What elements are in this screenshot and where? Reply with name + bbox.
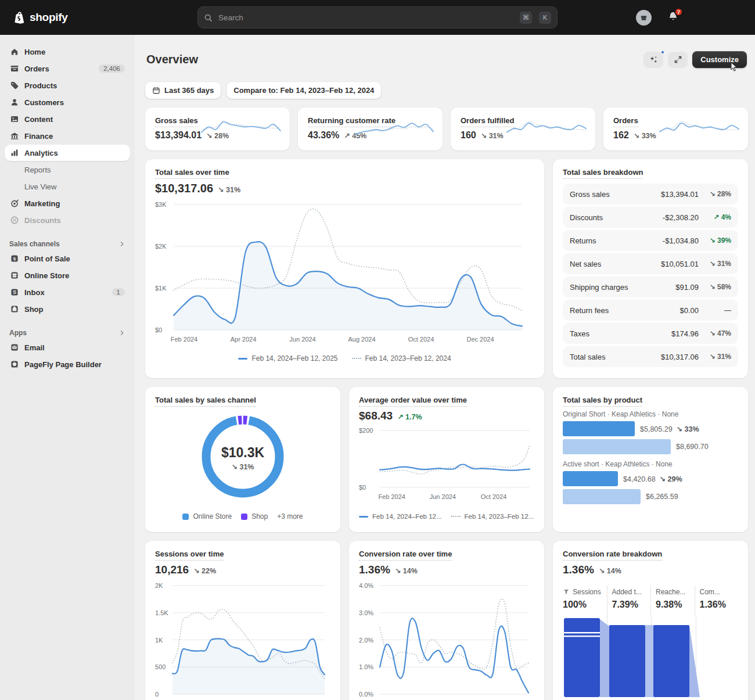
shopify-logo[interactable]: shopify <box>12 10 186 24</box>
sidebar-item-live-view[interactable]: Live View <box>5 178 130 195</box>
chevron-icon <box>118 240 125 247</box>
online-store-swatch <box>182 514 189 520</box>
sidebar-item-orders[interactable]: Orders2,406 <box>5 60 130 77</box>
sidebar-item-shop[interactable]: Shop <box>5 301 130 317</box>
breakdown-change: ↘ 28% <box>699 190 731 198</box>
sidebar-item-email[interactable]: Email <box>5 339 130 356</box>
product-name: Original Short · Keap Athletics · None <box>563 410 738 418</box>
total-sales-line-chart: $3K$2K$1K$0Feb 2024Apr 2024Jun 2024Aug 2… <box>155 200 527 346</box>
sidebar-item-point-of-sale[interactable]: $Point of Sale <box>5 250 130 267</box>
more-channels-label[interactable]: +3 more <box>277 512 303 520</box>
sidebar-item-label: Point of Sale <box>24 254 70 263</box>
k-key-badge: K <box>539 12 551 24</box>
chart-title[interactable]: Total sales by sales channel <box>155 396 256 407</box>
chart-change: ↘ 31% <box>218 185 240 194</box>
main-content: Overview Customize <box>135 35 755 700</box>
current-period-bar <box>563 471 618 486</box>
svg-text:Dec 2024: Dec 2024 <box>466 336 494 343</box>
metric-change: ↘ 33% <box>634 131 656 140</box>
sidebar-item-label: Orders <box>24 64 49 73</box>
sidebar-item-discounts[interactable]: Discounts <box>5 212 130 228</box>
sidebar-item-label: Finance <box>24 132 53 141</box>
sidebar-section-apps[interactable]: Apps <box>9 329 125 337</box>
svg-text:$1K: $1K <box>155 285 167 292</box>
store-avatar[interactable] <box>636 10 652 26</box>
svg-text:3.0%: 3.0% <box>359 609 373 616</box>
metric-cards-row: Gross sales $13,394.01↘ 28% Returning cu… <box>145 107 748 150</box>
compare-range-pill[interactable]: Compare to: Feb 14, 2023–Feb 12, 2024 <box>227 82 381 99</box>
sidebar-item-label: Customers <box>24 98 64 107</box>
shop-icon <box>10 304 19 314</box>
metric-change: ↘ 31% <box>481 131 504 140</box>
notifications-button[interactable]: 7 <box>668 11 678 24</box>
funnel-step-com: Com...1.36% <box>695 586 739 616</box>
svg-text:Apr 2024: Apr 2024 <box>231 336 257 343</box>
funnel-step-reache: Reache...9.38% <box>650 586 695 616</box>
expand-fullscreen-button[interactable] <box>668 52 688 68</box>
metric-value: 43.36% <box>308 130 339 141</box>
sidebar-item-reports[interactable]: Reports <box>5 161 130 178</box>
sidebar-item-content[interactable]: Content <box>5 111 130 127</box>
metric-card-returning-customer-rate: Returning customer rate 43.36%↗ 45% <box>298 107 443 150</box>
customize-button[interactable]: Customize <box>692 51 747 68</box>
metric-title[interactable]: Gross sales <box>155 116 198 127</box>
breakdown-value: $91.09 <box>675 283 699 292</box>
chart-title[interactable]: Total sales over time <box>155 168 229 179</box>
metric-value: $13,394.01 <box>155 130 202 141</box>
sidebar-item-label: Home <box>24 48 45 56</box>
sidebar-item-pagefly-page-builder[interactable]: PageFly Page Builder <box>5 356 130 372</box>
metric-card-orders-fulfilled: Orders fulfilled 160↘ 31% <box>451 107 595 150</box>
metric-value: 162 <box>613 130 629 141</box>
previous-value-label: $8,690.70 <box>676 443 709 451</box>
chart-title[interactable]: Total sales by product <box>563 396 642 407</box>
command-key-badge: ⌘ <box>520 12 532 24</box>
sidebar-item-online-store[interactable]: Online Store <box>5 267 130 283</box>
funnel-step-label: Added t... <box>612 588 642 596</box>
donut-center-value: $10.3K <box>221 445 264 461</box>
magic-assistant-button[interactable] <box>643 52 663 68</box>
sidebar-item-products[interactable]: Products <box>5 77 130 94</box>
previous-period-bar <box>563 489 641 504</box>
sidebar-item-label: Shop <box>24 305 44 314</box>
metric-title[interactable]: Orders <box>613 116 638 127</box>
sidebar-item-home[interactable]: Home <box>5 44 130 60</box>
chart-change: ↗ 1.7% <box>397 412 422 421</box>
orders-icon <box>10 64 19 73</box>
breakdown-value: $174.96 <box>671 329 699 338</box>
sidebar-item-finance[interactable]: Finance <box>5 128 130 144</box>
expand-icon <box>674 55 682 64</box>
sidebar-item-label: Products <box>24 81 57 90</box>
sidebar-item-customers[interactable]: Customers <box>5 94 130 110</box>
chart-title[interactable]: Sessions over time <box>155 550 224 561</box>
assistant-notification-dot <box>660 50 665 55</box>
breakdown-row-discounts: Discounts-$2,308.20↗ 4% <box>563 207 738 228</box>
funnel-step-sessions: Sessions100% <box>563 586 607 616</box>
shopify-bag-icon <box>12 10 26 24</box>
breakdown-label: Gross sales <box>570 190 610 199</box>
brand-wordmark: shopify <box>30 11 67 24</box>
marketing-icon <box>10 199 19 208</box>
sessions-over-time-card: Sessions over time 10,216↘ 22% 2K1.5K1K5… <box>145 541 340 700</box>
svg-text:Feb 2024: Feb 2024 <box>378 493 405 500</box>
search-input[interactable] <box>217 13 513 23</box>
breakdown-value: $0.00 <box>680 306 699 315</box>
sidebar-item-label: Content <box>24 115 53 124</box>
chart-title[interactable]: Average order value over time <box>359 396 467 407</box>
chart-title[interactable]: Total sales breakdown <box>563 168 643 179</box>
sidebar-section-sales-channels[interactable]: Sales channels <box>9 240 125 248</box>
sidebar-item-marketing[interactable]: Marketing <box>5 195 130 211</box>
breakdown-change: — <box>699 306 731 314</box>
sidebar-item-inbox[interactable]: SInbox1 <box>5 284 130 300</box>
funnel-step-percent: 1.36% <box>700 600 739 610</box>
sidebar-item-analytics[interactable]: Analytics <box>5 145 130 161</box>
svg-text:1.0%: 1.0% <box>359 663 373 670</box>
product-name: Active short · Keap Athletics · None <box>563 460 738 468</box>
search-bar[interactable]: ⌘ K <box>197 6 558 28</box>
chart-title[interactable]: Conversion rate over time <box>359 550 452 561</box>
sidebar-item-label: Email <box>24 343 45 352</box>
date-range-pill[interactable]: Last 365 days <box>145 82 221 99</box>
chart-title[interactable]: Conversion rate breakdown <box>563 550 662 561</box>
previous-period-swatch <box>451 516 461 517</box>
sidebar-item-label: Discounts <box>24 216 61 225</box>
store-icon <box>10 271 19 280</box>
